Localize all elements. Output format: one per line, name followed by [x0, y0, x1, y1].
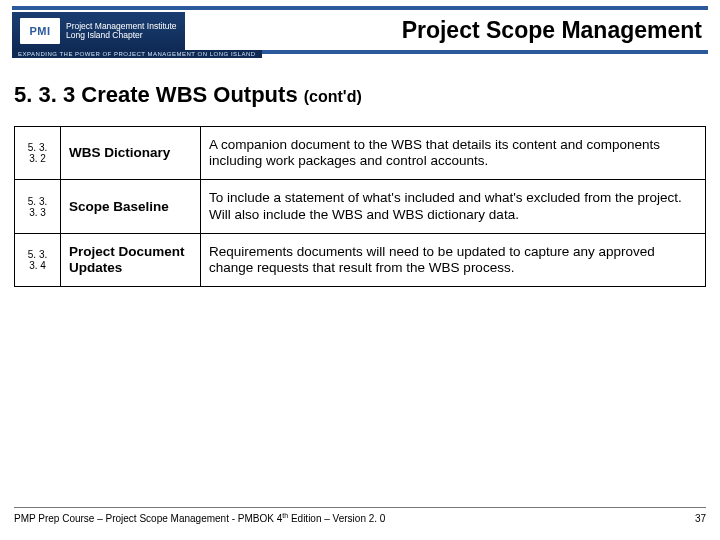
- footer-left: PMP Prep Course – Project Scope Manageme…: [14, 512, 385, 524]
- row-number: 5. 3. 3. 2: [15, 127, 61, 180]
- section-cont: (cont'd): [304, 88, 362, 105]
- table-row: 5. 3. 3. 2 WBS Dictionary A companion do…: [15, 127, 706, 180]
- row-name: Scope Baseline: [61, 180, 201, 233]
- table-row: 5. 3. 3. 3 Scope Baseline To include a s…: [15, 180, 706, 233]
- logo-text: Project Management Institute Long Island…: [66, 22, 177, 40]
- header-bar: PMI Project Management Institute Long Is…: [12, 6, 708, 54]
- pmi-logo-icon: PMI: [20, 18, 60, 44]
- footer: PMP Prep Course – Project Scope Manageme…: [14, 507, 706, 524]
- table-row: 5. 3. 3. 4 Project Document Updates Requ…: [15, 233, 706, 286]
- outputs-table: 5. 3. 3. 2 WBS Dictionary A companion do…: [14, 126, 706, 287]
- footer-text-a: PMP Prep Course – Project Scope Manageme…: [14, 513, 282, 524]
- page-number: 37: [695, 513, 706, 524]
- row-desc: To include a statement of what's include…: [201, 180, 706, 233]
- row-name: WBS Dictionary: [61, 127, 201, 180]
- logo-line2: Long Island Chapter: [66, 31, 177, 40]
- row-number: 5. 3. 3. 4: [15, 233, 61, 286]
- section-number-title: 5. 3. 3 Create WBS Outputs: [14, 82, 304, 107]
- row-number: 5. 3. 3. 3: [15, 180, 61, 233]
- footer-text-b: Edition – Version 2. 0: [288, 513, 385, 524]
- row-name: Project Document Updates: [61, 233, 201, 286]
- page-title: Project Scope Management: [402, 17, 702, 44]
- section-heading: 5. 3. 3 Create WBS Outputs (cont'd): [14, 82, 362, 108]
- logo-block: PMI Project Management Institute Long Is…: [12, 12, 185, 50]
- logo-tagline: EXPANDING THE POWER OF PROJECT MANAGEMEN…: [12, 50, 262, 58]
- row-desc: A companion document to the WBS that det…: [201, 127, 706, 180]
- row-desc: Requirements documents will need to be u…: [201, 233, 706, 286]
